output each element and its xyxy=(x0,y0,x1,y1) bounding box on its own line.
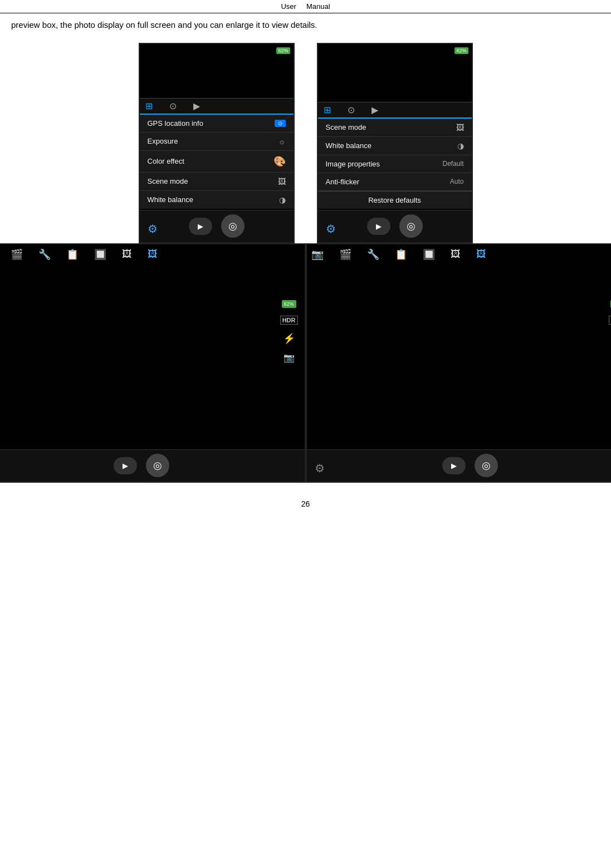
settings-row-image-properties: Image properties Default xyxy=(318,155,472,173)
scene-mode-icon: 🖼 xyxy=(278,177,286,186)
scene-mode-icon-r: 🖼 xyxy=(456,123,464,132)
exposure-icon: ☼ xyxy=(278,137,286,146)
gps-toggle[interactable]: ⊙ xyxy=(275,120,286,127)
settings-panel-left: ⊞ ⊙ ▶ GPS location info ⊙ Exposure ☼ xyxy=(140,98,294,209)
settings-row-exposure: Exposure ☼ xyxy=(140,133,294,151)
camera-left: 📷 🎬 🔧 📋 🔲 🖼 🖼 62% HDR ⚡ 📷 ⚙ ▶ xyxy=(0,243,306,483)
header-right: Manual xyxy=(306,2,330,11)
cam-icon-7[interactable]: 🖼 xyxy=(148,248,158,260)
video-button-right[interactable]: ▶ xyxy=(367,218,390,235)
settings-row-scene-r: Scene mode 🖼 xyxy=(318,119,472,137)
cam-icon-r6[interactable]: 🖼 xyxy=(451,248,461,260)
phone-right: ⊞ ⊙ ▶ Scene mode 🖼 White balance ◑ xyxy=(317,43,473,243)
cam-hdr-left: HDR xyxy=(280,316,298,325)
gear-icon-right[interactable]: ⚙ xyxy=(326,222,336,236)
settings-row-white-balance: White balance ◑ xyxy=(140,191,294,209)
cam-video-btn-right[interactable]: ▶ xyxy=(442,457,466,474)
settings-row-anti-flicker: Anti-flicker Auto xyxy=(318,173,472,191)
gear-icon-left[interactable]: ⚙ xyxy=(148,222,158,236)
cam-camera-btn-right[interactable]: ◎ xyxy=(475,454,498,477)
cam-video-btn-left[interactable]: ▶ xyxy=(114,457,137,474)
anti-flicker-value: Auto xyxy=(450,178,464,185)
cam-right-bar-right: 62% HDR ⚡ 📷 xyxy=(609,300,611,363)
phone-bottom-bar-left: ⚙ ▶ ◎ xyxy=(140,210,294,242)
cam-bottom-bar-right: ⚙ ▶ ◎ xyxy=(307,449,612,482)
settings-row-gps: GPS location info ⊙ xyxy=(140,115,294,133)
cam-icon-r4[interactable]: 📋 xyxy=(395,248,407,261)
image-properties-value: Default xyxy=(442,160,463,168)
settings-tabs-right: ⊞ ⊙ ▶ xyxy=(318,102,472,119)
restore-defaults[interactable]: Restore defaults xyxy=(318,191,472,209)
cam-shutter-icon-right: ◎ xyxy=(482,459,491,472)
cam-icon-r5[interactable]: 🔲 xyxy=(423,248,435,261)
cam-icon-3[interactable]: 🔧 xyxy=(38,248,51,261)
phone-bottom-bar-right: ⚙ ▶ ◎ xyxy=(318,210,472,242)
bottom-row: 📷 🎬 🔧 📋 🔲 🖼 🖼 62% HDR ⚡ 📷 ⚙ ▶ xyxy=(0,243,611,483)
header-left: User xyxy=(281,2,296,11)
tab-icon-camera-r[interactable]: ⊙ xyxy=(348,105,355,115)
pct-badge-right: 62% xyxy=(454,47,468,54)
cam-icon-6[interactable]: 🖼 xyxy=(122,248,132,260)
tab-icon-video-r[interactable]: ▶ xyxy=(372,105,378,115)
cam-icon-r7[interactable]: 🖼 xyxy=(476,248,486,260)
cam-pct-badge-left: 62% xyxy=(282,300,296,308)
screenshots-area: ⊞ ⊙ ▶ GPS location info ⊙ Exposure ☼ xyxy=(0,43,611,483)
cam-icon-r1[interactable]: 📷 xyxy=(311,248,324,261)
cam-gear-right[interactable]: ⚙ xyxy=(315,462,325,475)
cam-icon-2[interactable]: 🎬 xyxy=(11,248,23,261)
camera-icon-right: ◎ xyxy=(407,220,416,232)
settings-panel-right: ⊞ ⊙ ▶ Scene mode 🖼 White balance ◑ xyxy=(318,102,472,209)
phone-left: ⊞ ⊙ ▶ GPS location info ⊙ Exposure ☼ xyxy=(139,43,295,243)
top-row: ⊞ ⊙ ▶ GPS location info ⊙ Exposure ☼ xyxy=(139,43,473,243)
cam-video-icon-right: ▶ xyxy=(451,462,457,470)
cam-hdr-right: HDR xyxy=(609,316,611,325)
intro-text: preview box, the photo display on full s… xyxy=(0,13,611,43)
settings-row-white-balance-r: White balance ◑ xyxy=(318,137,472,155)
page-header: User Manual xyxy=(0,0,611,13)
tab-icon-settings-r[interactable]: ⊞ xyxy=(324,105,331,115)
cam-icon-r3[interactable]: 🔧 xyxy=(367,248,379,261)
cam-switch-icon-left[interactable]: 📷 xyxy=(283,352,295,363)
cam-right-bar-left: 62% HDR ⚡ 📷 xyxy=(280,300,298,363)
camera-right: 📷 🎬 🔧 📋 🔲 🖼 🖼 62% HDR ⚡ 📷 ⚙ ▶ xyxy=(306,243,612,483)
color-effect-icon: 🎨 xyxy=(273,155,286,168)
cam-video-icon-left: ▶ xyxy=(123,462,128,470)
white-balance-icon: ◑ xyxy=(279,195,286,204)
cam-shutter-icon-left: ◎ xyxy=(153,459,162,472)
settings-row-color-effect: Color effect 🎨 xyxy=(140,151,294,173)
tab-icon-settings[interactable]: ⊞ xyxy=(145,101,153,111)
camera-button-right[interactable]: ◎ xyxy=(399,214,423,238)
settings-row-scene-mode: Scene mode 🖼 xyxy=(140,173,294,191)
camera-button-left[interactable]: ◎ xyxy=(221,214,245,238)
video-button-left[interactable]: ▶ xyxy=(189,218,212,235)
video-icon-left: ▶ xyxy=(198,222,203,231)
tab-icon-video[interactable]: ▶ xyxy=(193,101,200,111)
cam-icon-4[interactable]: 📋 xyxy=(66,248,79,261)
video-icon-right: ▶ xyxy=(376,222,382,231)
cam-top-bar-right: 📷 🎬 🔧 📋 🔲 🖼 🖼 xyxy=(307,244,612,264)
cam-flash-icon-left[interactable]: ⚡ xyxy=(283,332,295,345)
white-balance-icon-r: ◑ xyxy=(457,141,464,150)
cam-camera-btn-left[interactable]: ◎ xyxy=(146,454,169,477)
page-number: 26 xyxy=(0,483,611,514)
pct-badge-left: 62% xyxy=(276,47,290,54)
camera-icon-left: ◎ xyxy=(228,220,237,232)
cam-icon-r2[interactable]: 🎬 xyxy=(339,248,351,261)
settings-tabs-left: ⊞ ⊙ ▶ xyxy=(140,99,294,115)
cam-bottom-bar-left: ⚙ ▶ ◎ xyxy=(0,449,305,482)
cam-top-bar-left: 📷 🎬 🔧 📋 🔲 🖼 🖼 xyxy=(0,244,305,264)
tab-icon-camera[interactable]: ⊙ xyxy=(169,101,177,111)
cam-icon-5[interactable]: 🔲 xyxy=(94,248,106,261)
